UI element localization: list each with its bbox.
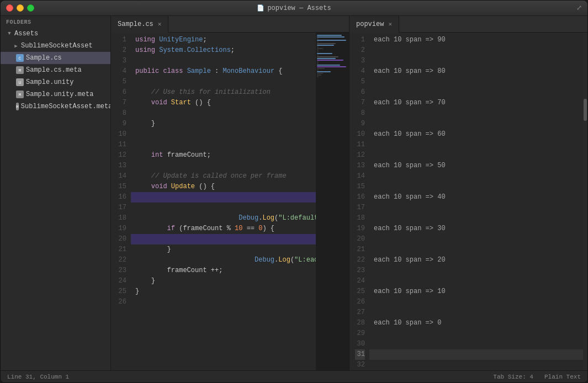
traffic-lights <box>6 4 34 12</box>
sidebar-item-sublime-socket-asset[interactable]: ▶ SublimeSocketAsset <box>1 40 110 52</box>
right-code-line <box>369 339 583 349</box>
left-tab-bar: Sample.cs ✕ <box>111 16 349 33</box>
right-code-line <box>369 171 583 182</box>
minimap-line <box>317 46 319 47</box>
meta-file-icon: M <box>16 103 19 110</box>
right-code-line: each 10 span => 20 <box>369 255 583 265</box>
sidebar-item-sample-cs-meta[interactable]: M Sample.cs.meta <box>1 64 110 76</box>
tab-popview[interactable]: popview ✕ <box>349 16 399 33</box>
right-code-line <box>369 150 583 161</box>
code-lines: using UnityEngine; using System.Collecti… <box>131 33 316 370</box>
tab-label: Sample.cs <box>118 20 153 28</box>
tab-sample-cs[interactable]: Sample.cs ✕ <box>111 16 168 33</box>
titlebar: 📄 popview — Assets ⤢ <box>1 1 587 16</box>
right-code-line-active <box>369 349 583 360</box>
minimap-line <box>317 61 319 62</box>
sidebar-item-sublime-socket-asset-meta[interactable]: M SublimeSocketAsset.meta <box>1 100 110 113</box>
code-line <box>131 108 316 119</box>
sidebar-header: FOLDERS <box>1 16 110 28</box>
code-line: void Update () { <box>131 182 316 192</box>
sidebar-item-sample-unity[interactable]: U Sample.unity <box>1 76 110 88</box>
line-numbers: 12345 678910 1112131415 1617181920 21222… <box>111 33 131 370</box>
tab-size: Tab Size: 4 <box>493 374 533 380</box>
right-scrollbar-thumb[interactable] <box>584 99 587 121</box>
folder-label: Assets <box>14 30 38 38</box>
minimap-line <box>317 35 342 36</box>
folder-label: SublimeSocketAsset <box>21 42 93 50</box>
file-label: Sample.unity.meta <box>26 91 93 98</box>
minimap-line <box>317 70 319 71</box>
expand-button[interactable]: ⤢ <box>576 4 582 12</box>
cs-file-icon: C <box>16 54 24 62</box>
right-code-content[interactable]: 12345 678910 1112131415 1617181920 21222… <box>349 33 583 370</box>
minimize-button[interactable] <box>17 4 24 12</box>
syntax-mode: Plain Text <box>544 374 581 380</box>
minimap-line <box>317 53 332 54</box>
right-code-line: each 10 span => 50 <box>369 161 583 171</box>
minimap-line <box>317 41 319 42</box>
code-line <box>131 77 316 87</box>
minimap-line <box>317 58 336 59</box>
code-line: void Start () { <box>131 98 316 108</box>
code-line <box>131 255 316 265</box>
minimap-line <box>317 56 338 57</box>
minimap-line <box>317 65 340 66</box>
file-label: Sample.cs.meta <box>26 66 82 74</box>
sidebar-item-sample-cs[interactable]: C Sample.cs <box>1 52 110 64</box>
right-code-line <box>369 360 583 370</box>
editor-area: Sample.cs ✕ 12345 678910 1112131415 1617… <box>111 16 587 370</box>
right-code-line <box>369 45 583 56</box>
main-content: FOLDERS ▼ Assets ▶ SublimeSocketAsset C … <box>1 16 587 370</box>
tab-close-button[interactable]: ✕ <box>158 20 162 28</box>
right-code-line <box>369 119 583 129</box>
right-code-line <box>369 108 583 119</box>
minimap-line <box>317 75 321 76</box>
right-code-line: each 10 span => 60 <box>369 129 583 140</box>
code-line: } <box>131 119 316 129</box>
right-scrollbar[interactable] <box>583 33 587 370</box>
left-code-content[interactable]: 12345 678910 1112131415 1617181920 21222… <box>111 33 316 370</box>
code-line <box>131 56 316 66</box>
code-line: } <box>131 276 316 286</box>
right-code-line <box>369 297 583 307</box>
minimap-line <box>317 71 331 72</box>
minimap-line <box>317 73 323 74</box>
right-code-line: each 10 span => 70 <box>369 98 583 108</box>
minimap-line <box>317 48 323 49</box>
close-button[interactable] <box>6 4 13 12</box>
right-code-line <box>369 56 583 66</box>
meta-file-icon: M <box>16 66 24 74</box>
minimap-line <box>317 60 343 61</box>
expand-triangle-icon: ▶ <box>13 42 19 49</box>
right-code-line <box>369 244 583 255</box>
tab-label: popview <box>356 20 384 28</box>
code-line: frameCount ++; <box>131 265 316 276</box>
code-line <box>131 297 316 307</box>
meta-file-icon: M <box>16 91 24 98</box>
minimap-line <box>317 55 319 56</box>
code-line: int frameCount; <box>131 150 316 161</box>
expand-triangle-icon: ▼ <box>6 30 13 37</box>
minimap-line <box>317 51 319 52</box>
maximize-button[interactable] <box>27 4 34 12</box>
code-line: // Update is called once per frame <box>131 171 316 182</box>
editors-split: Sample.cs ✕ 12345 678910 1112131415 1617… <box>111 16 587 370</box>
cursor-position: Line 31, Column 1 <box>7 374 69 380</box>
right-code-line <box>369 140 583 150</box>
code-line: } <box>131 244 316 255</box>
sidebar-item-assets[interactable]: ▼ Assets <box>1 28 110 40</box>
right-code-line: each 10 span => 90 <box>369 35 583 45</box>
right-code-line <box>369 265 583 276</box>
code-line <box>131 161 316 171</box>
minimap-line <box>317 38 319 39</box>
code-line-16: ● Debug.Log("L:default " + frameCount); <box>131 192 316 203</box>
code-line <box>131 203 316 213</box>
tab-close-button[interactable]: ✕ <box>388 20 392 28</box>
minimap-line <box>317 36 345 38</box>
right-code-line <box>369 182 583 192</box>
code-line: // Use this for initialization <box>131 87 316 98</box>
right-code-line: each 10 span => 0 <box>369 318 583 328</box>
right-code-line <box>369 203 583 213</box>
sidebar-item-sample-unity-meta[interactable]: M Sample.unity.meta <box>1 88 110 100</box>
minimap-line <box>317 50 319 51</box>
